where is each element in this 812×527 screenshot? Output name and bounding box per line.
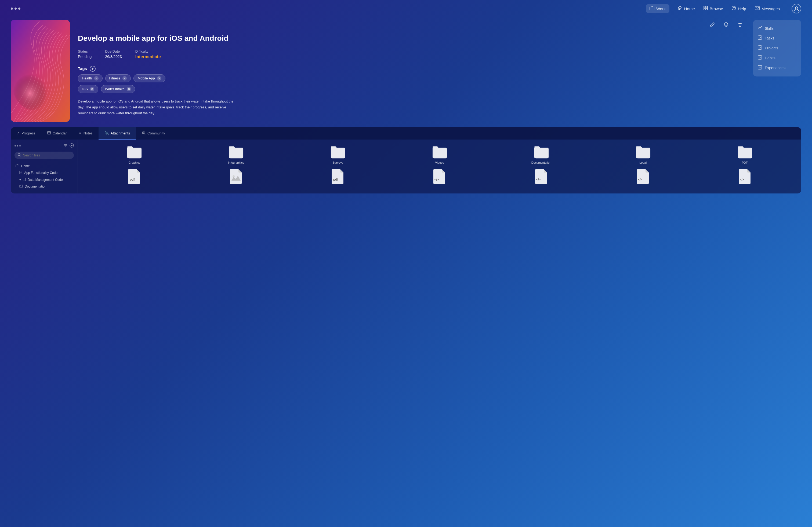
svg-point-9 [795, 7, 798, 9]
data-code-file-icon [23, 178, 26, 182]
menu-skills[interactable]: Skills [753, 24, 801, 33]
messages-icon [755, 6, 760, 11]
menu-skills-label: Skills [765, 26, 773, 31]
experiences-icon [758, 65, 762, 70]
filter-button[interactable] [64, 144, 68, 148]
tag-mobile-app-close[interactable]: ✕ [157, 76, 161, 80]
nav-work[interactable]: Work [646, 4, 669, 13]
file-pdf-2[interactable]: pdf [288, 169, 388, 189]
file-code-2[interactable]: </> [491, 169, 591, 189]
svg-rect-14 [758, 56, 762, 59]
folder-infographics[interactable]: Infographics [186, 145, 286, 167]
calendar-tab-label: Calendar [53, 131, 67, 135]
svg-rect-0 [650, 7, 654, 10]
tag-ios-label: iOS [82, 87, 88, 91]
file-code-4[interactable]: </> [695, 169, 795, 189]
documentation-folder-icon [19, 185, 23, 189]
folder-videos[interactable]: Videos [390, 145, 490, 167]
file-pdf-1[interactable]: pdf [84, 169, 185, 189]
file-tree-home[interactable]: Home [14, 163, 74, 169]
main-content: Develop a mobile app for iOS and Android… [0, 17, 812, 127]
task-title: Develop a mobile app for iOS and Android [78, 34, 745, 43]
folder-pdf[interactable]: PDF [695, 145, 795, 167]
notification-button[interactable] [721, 20, 731, 30]
nav-help[interactable]: Help [732, 6, 746, 11]
sidebar-dots [14, 145, 21, 147]
tag-water-intake: Water Intake ✕ [101, 85, 135, 93]
nav-home[interactable]: Home [678, 6, 695, 11]
folder-documentation[interactable]: Documentation [491, 145, 591, 167]
menu-tasks[interactable]: Tasks [753, 33, 801, 43]
attachments-tab-icon: 📎 [104, 131, 109, 135]
folder-surveys[interactable]: Surveys [288, 145, 388, 167]
svg-point-11 [13, 62, 56, 110]
svg-text:pdf: pdf [333, 178, 338, 181]
dot-2 [14, 7, 17, 10]
status-value: Pending [78, 55, 91, 59]
file-code-1[interactable]: </> [390, 169, 490, 189]
status-label: Status [78, 49, 91, 54]
nav-links: Work Home Browse Help Messages [646, 4, 801, 13]
file-tree-documentation[interactable]: Documentation [14, 183, 74, 190]
tag-fitness-label: Fitness [109, 76, 120, 80]
nav-messages[interactable]: Messages [755, 6, 780, 11]
svg-rect-4 [704, 8, 706, 10]
delete-button[interactable] [735, 20, 745, 30]
folder-surveys-label: Surveys [332, 161, 343, 164]
svg-rect-15 [758, 65, 762, 69]
file-code-icon-1: </> [432, 169, 447, 183]
file-code-icon-4: </> [737, 169, 753, 183]
menu-habits[interactable]: Habits [753, 53, 801, 63]
search-input-wrap [14, 152, 74, 159]
tab-community[interactable]: Community [136, 127, 171, 139]
svg-text:pdf: pdf [130, 178, 135, 181]
file-pdf-icon-1: pdf [127, 169, 142, 183]
folders-grid: Graphics Infographics Surveys [78, 139, 801, 194]
home-folder-icon [16, 164, 19, 168]
svg-rect-16 [47, 132, 51, 134]
tags-row-1: Health ✕ Fitness ✕ Mobile App ✕ [78, 74, 745, 82]
tags-section: Tags + Health ✕ Fitness ✕ Mobile App ✕ [78, 66, 745, 93]
tag-water-intake-close[interactable]: ✕ [127, 87, 131, 91]
tab-notes[interactable]: ✏ Notes [73, 127, 99, 139]
user-avatar[interactable] [792, 4, 801, 13]
menu-projects-label: Projects [765, 46, 779, 50]
help-icon [732, 6, 736, 11]
task-detail: Develop a mobile app for iOS and Android… [70, 20, 753, 122]
tag-health-label: Health [82, 76, 92, 80]
folder-graphics[interactable]: Graphics [84, 145, 185, 167]
tag-fitness-close[interactable]: ✕ [122, 76, 127, 80]
tab-attachments[interactable]: 📎 Attachments [99, 127, 136, 139]
notes-tab-icon: ✏ [79, 131, 82, 135]
file-tree-data-code[interactable]: ▾ Data Management Code [14, 176, 74, 183]
search-files-input[interactable] [23, 153, 71, 157]
tab-progress[interactable]: ↗ Progress [11, 127, 41, 139]
menu-projects[interactable]: Projects [753, 43, 801, 53]
svg-text:</>: </> [638, 178, 642, 181]
file-sidebar-header [14, 143, 74, 148]
file-code-icon-2: </> [534, 169, 549, 183]
tab-calendar[interactable]: Calendar [41, 127, 73, 139]
folder-legal-label: Legal [639, 161, 647, 164]
tag-fitness: Fitness ✕ [105, 74, 131, 82]
file-tree-app-code[interactable]: App Functionality Code [14, 169, 74, 176]
nav-browse[interactable]: Browse [704, 6, 723, 11]
attachments-tab-label: Attachments [111, 131, 130, 135]
svg-point-32 [233, 175, 235, 177]
add-file-button[interactable] [70, 143, 74, 148]
tag-ios-close[interactable]: ✕ [90, 87, 94, 91]
menu-experiences[interactable]: Experiences [753, 63, 801, 73]
edit-button[interactable] [707, 20, 717, 30]
task-meta: Status Pending Due Date 26/3/2023 Diffic… [78, 49, 745, 59]
folder-legal[interactable]: Legal [593, 145, 693, 167]
file-pdf-icon-2: pdf [330, 169, 346, 183]
add-tag-button[interactable]: + [90, 66, 96, 72]
home-icon [678, 6, 682, 11]
file-image-1[interactable] [186, 169, 286, 189]
top-navigation: Work Home Browse Help Messages [0, 0, 812, 17]
file-code-3[interactable]: </> [593, 169, 693, 189]
tag-health-close[interactable]: ✕ [94, 76, 99, 80]
right-sidebar-menu: Skills Tasks Projects Habits Experiences [753, 20, 801, 76]
tags-label: Tags + [78, 66, 745, 72]
menu-experiences-label: Experiences [765, 66, 785, 70]
